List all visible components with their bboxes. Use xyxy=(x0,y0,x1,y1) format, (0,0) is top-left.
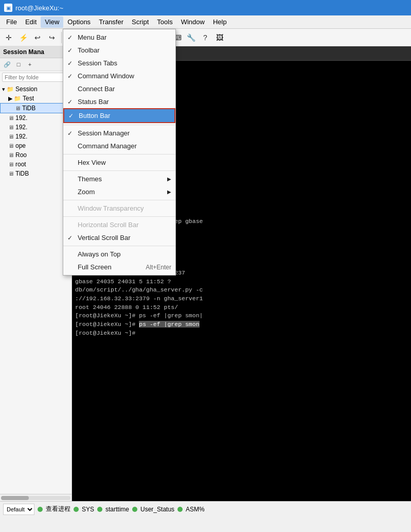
tree-label-test: Test xyxy=(23,95,34,102)
dd-full-screen[interactable]: Full Screen Alt+Enter xyxy=(63,261,175,273)
computer-icon-ope: 🖥 xyxy=(8,143,14,149)
tree-item-tidb2[interactable]: 🖥 TiDB xyxy=(0,169,72,178)
status-label-5: ASM% xyxy=(186,506,205,513)
dd-label-horizontal-scroll: Horizontal Scroll Bar xyxy=(78,221,139,229)
session-link-btn[interactable]: 🔗 xyxy=(2,59,12,70)
dd-command-window[interactable]: ✓ Command Window xyxy=(63,70,175,82)
dd-sep-1 xyxy=(63,125,175,125)
dd-label-button-bar: Button Bar xyxy=(79,112,110,119)
dd-label-vertical-scroll: Vertical Scroll Bar xyxy=(78,234,131,242)
dd-status-bar[interactable]: ✓ Status Bar xyxy=(63,95,175,108)
tree-label-192-1: 192. xyxy=(15,114,27,122)
toolbar: ✛ ⚡ ↩ ↪ 🔗 □ ✛ 📋 🔍 🖨 ⚙ ⌨ 🔧 ? 🖼 xyxy=(0,29,411,46)
menu-script[interactable]: Script xyxy=(128,16,153,28)
dd-sep-6 xyxy=(63,246,175,246)
dd-connect-bar[interactable]: Connect Bar xyxy=(63,82,175,95)
term-line: root 24046 22888 0 11:52 pts/ xyxy=(75,303,408,312)
expand-icon: ▾ xyxy=(2,86,5,93)
status-label-2: SYS xyxy=(82,506,94,513)
computer-icon-192-3: 🖥 xyxy=(8,133,14,140)
dd-vertical-scroll[interactable]: ✓ Vertical Scroll Bar xyxy=(63,231,175,244)
menu-file[interactable]: File xyxy=(2,16,21,28)
main-area: Session Mana 🔗 □ + ▾ 📁 Session ▶ 📁 Test xyxy=(0,46,411,501)
dd-themes[interactable]: Themes ▶ xyxy=(63,173,175,185)
dd-label-status-bar: Status Bar xyxy=(78,98,109,106)
status-label-3: starttime xyxy=(105,506,129,513)
dd-toolbar[interactable]: ✓ Toolbar xyxy=(63,44,175,57)
dd-sep-5 xyxy=(63,216,175,217)
tb-redo[interactable]: ↪ xyxy=(45,31,59,44)
tree-label-ope: ope xyxy=(15,142,26,149)
computer-icon-root: 🖥 xyxy=(8,161,14,167)
toolbar-separator-1 xyxy=(61,32,62,43)
menu-transfer[interactable]: Transfer xyxy=(95,16,128,28)
tree-label-roo: Roo xyxy=(15,151,27,159)
dd-session-manager[interactable]: ✓ Session Manager xyxy=(63,127,175,140)
tree-item-ope[interactable]: 🖥 ope xyxy=(0,141,72,150)
view-menu-dropdown: ✓ Menu Bar ✓ Toolbar ✓ Session Tabs ✓ Co… xyxy=(63,29,176,276)
tree-item-roo[interactable]: 🖥 Roo xyxy=(0,150,72,160)
dd-label-connect-bar: Connect Bar xyxy=(78,85,115,93)
dd-sep-2 xyxy=(63,154,175,155)
menu-window[interactable]: Window xyxy=(177,16,209,28)
tree-item-192-2[interactable]: 🖥 192. xyxy=(0,123,72,132)
term-line-prompt: [root@JiekeXu ~]# xyxy=(75,329,408,338)
tree-item-root[interactable]: 🖥 root xyxy=(0,160,72,169)
menu-options[interactable]: Options xyxy=(63,16,95,28)
check-vertical-scroll: ✓ xyxy=(67,234,73,242)
session-window-btn[interactable]: □ xyxy=(13,59,24,70)
tb-tool[interactable]: 🔧 xyxy=(184,31,198,44)
dd-session-tabs[interactable]: ✓ Session Tabs xyxy=(63,57,175,70)
empty-area xyxy=(0,517,411,532)
dd-hex-view[interactable]: Hex View xyxy=(63,156,175,169)
zoom-arrow-icon: ▶ xyxy=(162,189,171,195)
dd-label-zoom: Zoom xyxy=(78,188,95,196)
check-status-bar: ✓ xyxy=(67,98,73,106)
menu-view[interactable]: View xyxy=(41,16,63,28)
horizontal-scrollbar[interactable] xyxy=(0,494,72,501)
tree-item-192-1[interactable]: 🖥 192. xyxy=(0,113,72,123)
dd-label-always-on-top: Always on Top xyxy=(78,250,121,258)
dd-label-toolbar: Toolbar xyxy=(78,46,100,54)
session-toolbar: 🔗 □ + xyxy=(0,58,72,71)
term-line-command: [root@JiekeXu ~]# ps -ef |grep smon xyxy=(75,320,408,329)
computer-icon-tidb2: 🖥 xyxy=(8,170,14,177)
tb-lightning[interactable]: ⚡ xyxy=(16,31,30,44)
tree-item-tidb1[interactable]: 🖥 TiDB xyxy=(0,103,72,113)
status-dot-2 xyxy=(74,507,79,512)
menu-help[interactable]: Help xyxy=(209,16,231,28)
session-panel-title: Session Mana xyxy=(0,46,72,58)
themes-arrow-icon: ▶ xyxy=(162,176,171,182)
check-command-window: ✓ xyxy=(67,73,73,80)
tb-cursor[interactable]: ✛ xyxy=(2,31,15,44)
tb-undo[interactable]: ↩ xyxy=(31,31,44,44)
dd-label-command-manager: Command Manager xyxy=(78,142,137,150)
dd-always-on-top[interactable]: Always on Top xyxy=(63,248,175,261)
tree-item-session[interactable]: ▾ 📁 Session xyxy=(0,84,72,94)
tree-label-192-2: 192. xyxy=(15,124,27,131)
tb-image[interactable]: 🖼 xyxy=(213,31,226,44)
menu-tools[interactable]: Tools xyxy=(153,16,176,28)
dd-menu-bar[interactable]: ✓ Menu Bar xyxy=(63,31,175,44)
menu-edit[interactable]: Edit xyxy=(21,16,41,28)
dropdown-menu-container: ✓ Menu Bar ✓ Toolbar ✓ Session Tabs ✓ Co… xyxy=(63,29,176,276)
tree-item-192-3[interactable]: 🖥 192. xyxy=(0,132,72,141)
dd-label-hex-view: Hex View xyxy=(78,159,106,166)
dd-window-transparency: Window Transparency xyxy=(63,202,175,215)
status-select[interactable]: Default xyxy=(3,504,34,515)
dd-button-bar[interactable]: ✓ Button Bar xyxy=(63,108,175,123)
tb-help[interactable]: ? xyxy=(199,31,212,44)
dd-command-manager[interactable]: Command Manager xyxy=(63,140,175,152)
status-dot-5 xyxy=(177,507,183,512)
scrollbar-track xyxy=(1,496,70,500)
dd-zoom[interactable]: Zoom ▶ xyxy=(63,185,175,198)
check-toolbar: ✓ xyxy=(67,47,73,54)
session-filter-input[interactable] xyxy=(2,73,69,82)
status-dot-3 xyxy=(97,507,102,512)
session-add-btn[interactable]: + xyxy=(25,59,35,70)
check-menu-bar: ✓ xyxy=(67,34,73,41)
status-label-4: User_Status xyxy=(140,506,174,513)
title-bar: ▣ root@JiekeXu:~ xyxy=(0,0,411,15)
tree-item-test[interactable]: ▶ 📁 Test xyxy=(0,94,72,103)
scrollbar-thumb xyxy=(1,496,29,500)
